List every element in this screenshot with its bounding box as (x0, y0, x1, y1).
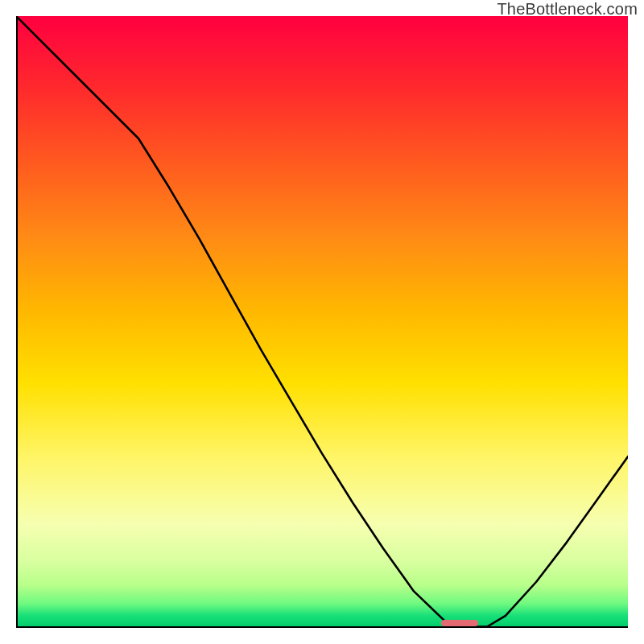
bottleneck-chart: TheBottleneck.com (0, 0, 644, 644)
x-axis (16, 626, 628, 628)
plot-area (16, 16, 628, 628)
y-axis (16, 16, 18, 628)
curve-layer (16, 16, 628, 628)
optimal-range-pill (441, 620, 478, 626)
bottleneck-curve (16, 16, 628, 627)
